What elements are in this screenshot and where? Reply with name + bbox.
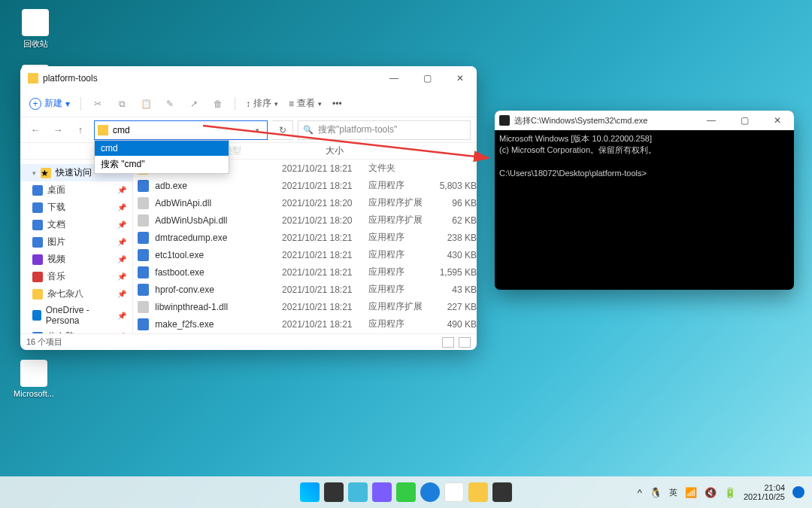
file-row[interactable]: AdbWinApi.dll 2021/10/21 18:20 应用程序扩展 96… (133, 194, 477, 211)
chevron-down-icon[interactable]: ▾ (250, 126, 264, 134)
file-row[interactable]: adb.exe 2021/10/21 18:21 应用程序 5,803 KB (133, 177, 477, 194)
dropdown-option-search[interactable]: 搜索 "cmd" (95, 156, 229, 173)
file-date: 2021/10/21 18:21 (282, 181, 368, 191)
taskbar-center (300, 482, 512, 502)
sidebar-item[interactable]: 音乐📌 (20, 268, 132, 285)
sidebar-item[interactable]: 图片📌 (20, 233, 132, 251)
file-type: 应用程序 (368, 248, 433, 261)
rename-icon[interactable]: ✎ (164, 98, 176, 110)
copy-icon[interactable]: ⧉ (116, 98, 128, 110)
file-name: fastboot.exe (155, 267, 282, 278)
cmd-output[interactable]: Microsoft Windows [版本 10.0.22000.258] (c… (495, 130, 794, 290)
file-type: 应用程序扩展 (368, 300, 433, 313)
sidebar-item[interactable]: 文档📌 (20, 216, 132, 233)
sidebar-item[interactable]: 视频📌 (20, 251, 132, 268)
file-type: 应用程序扩展 (368, 196, 433, 209)
desktop-icon[interactable]: 回收站 (9, 9, 62, 50)
explorer-titlebar[interactable]: platform-tools — ▢ ✕ (20, 66, 477, 90)
search-box[interactable]: 🔍 搜索"platform-tools" (298, 120, 471, 140)
sidebar-label: 文档 (47, 218, 65, 231)
up-button[interactable]: ↑ (71, 121, 89, 139)
maximize-button[interactable]: ▢ (728, 111, 761, 132)
file-row[interactable]: dmtracedump.exe 2021/10/21 18:21 应用程序 23… (133, 229, 477, 246)
file-icon (138, 214, 149, 227)
star-icon: ★ (41, 168, 51, 178)
tray-clock[interactable]: 21:04 2021/10/25 (744, 483, 785, 501)
sidebar-label: 音乐 (47, 270, 65, 283)
view-details-icon[interactable] (442, 337, 454, 348)
view-button[interactable]: ≡ 查看 ▾ (289, 97, 322, 110)
app-wechat[interactable] (396, 482, 416, 502)
explorer-navbar: ← → ↑ ▾ cmd 搜索 "cmd" ↻ 🔍 搜索"platform-too… (20, 117, 477, 143)
file-icon (138, 232, 149, 244)
file-size: 238 KB (433, 233, 477, 243)
col-type[interactable]: 类型 (223, 144, 291, 157)
file-size: 43 KB (433, 284, 477, 295)
tray-wifi-icon[interactable]: 📶 (685, 487, 697, 498)
sidebar-item[interactable]: 桌面📌 (20, 181, 132, 199)
file-date: 2021/10/21 18:20 (282, 215, 368, 226)
sidebar-icon (32, 289, 43, 300)
share-icon[interactable]: ↗ (188, 98, 200, 110)
sidebar-icon (32, 220, 43, 230)
app-cmd[interactable] (492, 482, 512, 502)
app-icon (20, 360, 47, 387)
app-edge[interactable] (420, 482, 440, 502)
widgets-button[interactable] (348, 482, 368, 502)
refresh-button[interactable]: ↻ (272, 120, 293, 140)
address-bar[interactable]: ▾ cmd 搜索 "cmd" (94, 120, 268, 140)
minimize-button[interactable]: — (695, 111, 728, 132)
app-explorer[interactable] (468, 482, 488, 502)
chevron-down-icon: ▾ (65, 99, 70, 109)
forward-button[interactable]: → (49, 121, 67, 139)
tray-volume-icon[interactable]: 🔇 (704, 487, 717, 498)
window-title: platform-tools (43, 73, 377, 84)
sort-button[interactable]: ↕ 排序 ▾ (246, 97, 278, 110)
close-button[interactable]: ✕ (761, 111, 794, 132)
file-size: 96 KB (433, 198, 477, 208)
cut-icon[interactable]: ✂ (92, 98, 104, 110)
file-name: etc1tool.exe (155, 250, 282, 260)
file-icon (138, 197, 149, 209)
app-generic[interactable] (444, 482, 464, 502)
sidebar-item[interactable]: 下载📌 (20, 199, 132, 216)
chat-button[interactable] (372, 482, 392, 502)
task-view-button[interactable] (324, 482, 344, 502)
sidebar-item[interactable]: 杂七杂八📌 (20, 285, 132, 303)
file-row[interactable]: fastboot.exe 2021/10/21 18:21 应用程序 1,595… (133, 263, 477, 281)
file-size: 490 KB (433, 319, 477, 330)
sidebar-item[interactable]: 此电脑📌 (20, 328, 132, 333)
tray-notification-icon[interactable] (792, 486, 804, 498)
delete-icon[interactable]: 🗑 (212, 98, 224, 110)
start-button[interactable] (300, 482, 320, 502)
more-button[interactable]: ••• (332, 99, 342, 109)
address-input[interactable] (113, 125, 250, 135)
tray-chevron-icon[interactable]: ^ (638, 487, 642, 498)
desktop-icon[interactable]: Microsoft... (8, 360, 60, 398)
folder-icon (98, 125, 108, 135)
tray-battery-icon[interactable]: 🔋 (724, 487, 736, 498)
col-size[interactable]: 大小 (291, 144, 344, 157)
cmd-titlebar[interactable]: 选择C:\Windows\System32\cmd.exe — ▢ ✕ (495, 111, 794, 130)
new-label: 新建 (44, 97, 62, 110)
file-row[interactable]: hprof-conv.exe 2021/10/21 18:21 应用程序 43 … (133, 281, 477, 298)
new-button[interactable]: + 新建 ▾ (29, 97, 70, 110)
tray-language[interactable]: 英 (669, 487, 677, 498)
tray-qq-icon[interactable]: 🐧 (650, 487, 662, 498)
close-button[interactable]: ✕ (444, 66, 477, 90)
file-row[interactable]: make_f2fs.exe 2021/10/21 18:21 应用程序 490 … (133, 315, 477, 333)
paste-icon[interactable]: 📋 (140, 98, 152, 110)
file-date: 2021/10/21 18:21 (282, 233, 368, 243)
file-row[interactable]: etc1tool.exe 2021/10/21 18:21 应用程序 430 K… (133, 246, 477, 263)
maximize-button[interactable]: ▢ (411, 66, 444, 90)
file-row[interactable]: libwinpthread-1.dll 2021/10/21 18:21 应用程… (133, 298, 477, 315)
back-button[interactable]: ← (26, 121, 44, 139)
plus-icon: + (29, 98, 41, 110)
minimize-button[interactable]: — (377, 66, 411, 90)
view-grid-icon[interactable] (459, 337, 471, 348)
file-date: 2021/10/21 18:21 (282, 267, 368, 278)
dropdown-option-cmd[interactable]: cmd (95, 141, 229, 156)
file-row[interactable]: AdbWinUsbApi.dll 2021/10/21 18:20 应用程序扩展… (133, 211, 477, 229)
chevron-down-icon: ▾ (274, 100, 278, 108)
sidebar-item[interactable]: OneDrive - Persona📌 (20, 303, 132, 328)
